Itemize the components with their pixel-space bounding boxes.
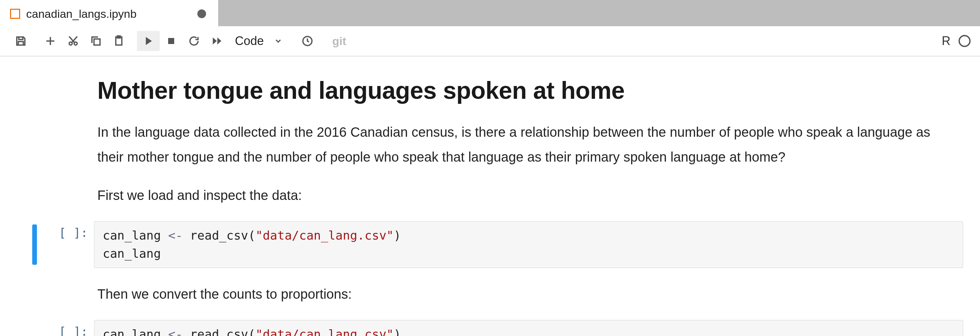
git-label[interactable]: git bbox=[332, 35, 346, 48]
copy-button[interactable] bbox=[84, 31, 107, 51]
interrupt-button[interactable] bbox=[160, 31, 183, 51]
code-input-area[interactable]: can_lang <- read_csv("data/can_lang.csv"… bbox=[94, 320, 963, 336]
restart-icon bbox=[188, 35, 200, 47]
notebook-toolbar: Code git R bbox=[0, 26, 980, 56]
restart-kernel-button[interactable] bbox=[183, 31, 205, 51]
timing-button[interactable] bbox=[296, 31, 319, 51]
save-button[interactable] bbox=[10, 31, 32, 51]
heading-h1: Mother tongue and languages spoken at ho… bbox=[97, 77, 956, 104]
input-prompt: [ ]: bbox=[37, 320, 94, 336]
cell-type-selector[interactable]: Code bbox=[235, 34, 283, 48]
copy-icon bbox=[90, 35, 102, 47]
svg-point-1 bbox=[74, 42, 77, 45]
run-button[interactable] bbox=[137, 31, 160, 51]
cut-button[interactable] bbox=[62, 31, 84, 51]
stop-icon bbox=[165, 35, 177, 47]
tab-bar: canadian_langs.ipynb bbox=[0, 0, 980, 26]
code-input-area[interactable]: can_lang <- read_csv("data/can_lang.csv"… bbox=[94, 221, 963, 268]
code-line: can_lang <- read_csv("data/can_lang.csv"… bbox=[103, 226, 955, 245]
notebook-tab[interactable]: canadian_langs.ipynb bbox=[0, 0, 218, 26]
code-cell[interactable]: [ ]: can_lang <- read_csv("data/can_lang… bbox=[17, 221, 963, 268]
markdown-cell[interactable]: Then we convert the counts to proportion… bbox=[97, 282, 956, 306]
tab-filename: canadian_langs.ipynb bbox=[26, 7, 137, 21]
save-icon bbox=[15, 35, 27, 47]
code-line: can_lang <- read_csv("data/can_lang.csv"… bbox=[103, 325, 955, 336]
cell-selection-gutter bbox=[17, 221, 37, 265]
markdown-paragraph: In the language data collected in the 20… bbox=[97, 120, 956, 170]
plus-icon bbox=[44, 35, 56, 47]
scissors-icon bbox=[67, 35, 79, 47]
notebook-body: Mother tongue and languages spoken at ho… bbox=[0, 56, 980, 336]
input-prompt: [ ]: bbox=[37, 221, 94, 240]
kernel-name[interactable]: R bbox=[942, 34, 950, 48]
paste-button[interactable] bbox=[107, 31, 130, 51]
markdown-cell[interactable]: Mother tongue and languages spoken at ho… bbox=[97, 77, 956, 208]
selected-cell-indicator bbox=[32, 224, 37, 265]
notebook-file-icon bbox=[10, 9, 20, 19]
restart-run-all-button[interactable] bbox=[205, 31, 228, 51]
insert-cell-button[interactable] bbox=[39, 31, 62, 51]
unsaved-changes-dot-icon bbox=[197, 10, 206, 18]
chevron-down-icon bbox=[274, 37, 283, 45]
kernel-idle-icon[interactable] bbox=[959, 35, 970, 47]
clipboard-icon bbox=[113, 35, 125, 47]
markdown-paragraph: First we load and inspect the data: bbox=[97, 183, 956, 208]
svg-rect-2 bbox=[94, 39, 100, 45]
clock-icon bbox=[301, 35, 313, 47]
markdown-paragraph: Then we convert the counts to proportion… bbox=[97, 282, 956, 306]
fast-forward-icon bbox=[211, 35, 223, 47]
code-line: can_lang bbox=[103, 245, 955, 263]
cell-type-label: Code bbox=[235, 34, 264, 48]
svg-point-0 bbox=[69, 42, 72, 45]
code-cell[interactable]: [ ]: can_lang <- read_csv("data/can_lang… bbox=[17, 320, 963, 336]
svg-rect-5 bbox=[168, 38, 174, 44]
play-icon bbox=[142, 35, 154, 47]
